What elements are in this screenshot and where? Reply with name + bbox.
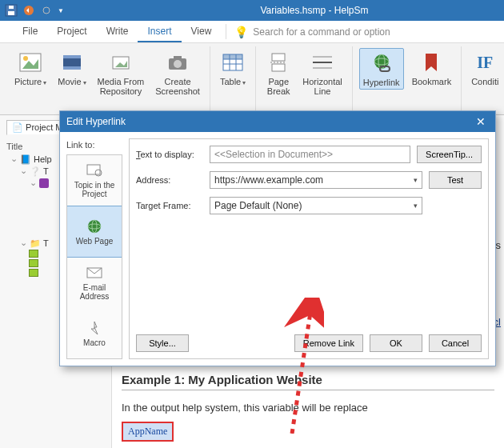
menu-project[interactable]: Project [47,21,96,42]
picture-button[interactable]: Picture▾ [11,48,50,98]
target-frame-select[interactable]: Page Default (None) ▾ [210,197,422,214]
save-icon[interactable] [3,2,19,18]
tell-me-search[interactable]: 💡 Search for a command or option [231,21,393,42]
topic-icon [85,162,104,178]
bookmark-icon [418,50,444,75]
menu-file[interactable]: File [13,21,47,42]
hline-icon [310,50,335,75]
svg-rect-26 [313,62,332,63]
svg-rect-15 [174,56,182,59]
page-break-button[interactable]: Page Break [262,48,294,98]
svg-point-4 [43,7,50,14]
menu-view[interactable]: View [182,21,222,42]
bookmark-button[interactable]: Bookmark [409,48,455,90]
svg-rect-22 [272,54,285,61]
page-break-icon [266,50,291,75]
media-icon [108,50,134,75]
cat-email[interactable]: E-mail Address [67,258,122,308]
window-title: Variables.hsmp - HelpSm [64,5,501,16]
doc-paragraph: In the output help system, this variable… [122,400,494,417]
link-to-label: Link to: [66,138,122,154]
condition-icon: IF [472,50,498,75]
movie-button[interactable]: Movie▾ [54,48,89,98]
remove-link-button[interactable]: Remove Link [294,334,363,352]
chevron-down-icon[interactable]: ▾ [414,176,418,184]
macro-icon [85,320,104,336]
lightbulb-icon: 💡 [234,26,248,38]
svg-rect-21 [223,54,242,59]
svg-rect-10 [63,66,81,70]
address-label: Address: [136,175,203,185]
condition-button[interactable]: IF Conditi [468,48,502,88]
cancel-button[interactable]: Cancel [429,334,482,352]
cat-macro[interactable]: Macro [67,308,122,358]
chevron-down-icon[interactable]: ▾ [414,202,418,210]
cat-web-page[interactable]: Web Page [67,206,122,258]
table-icon [220,50,246,75]
test-button[interactable]: Test [429,171,482,189]
qat-dropdown-icon[interactable]: ▼ [58,7,64,14]
camera-icon [165,50,190,75]
undo-icon[interactable] [21,2,37,18]
globe-link-icon [369,50,394,76]
text-to-display-label: Text to display: [136,150,203,159]
svg-rect-27 [313,67,332,69]
target-frame-label: Target Frame: [136,201,203,210]
email-icon [85,265,104,281]
link-category-list: Topic in the Project Web Page E-mail Add… [66,154,122,359]
title-bar: ▼ Variables.hsmp - HelpSm [0,0,504,21]
style-button[interactable]: Style... [136,334,189,352]
menu-insert[interactable]: Insert [138,21,181,42]
svg-rect-9 [63,55,81,58]
svg-point-34 [88,220,101,233]
svg-rect-23 [272,64,285,71]
screenshot-button[interactable]: Create Screenshot [152,48,203,98]
dialog-title: Edit Hyperlink [66,116,126,127]
ribbon: Picture▾ Movie▾ Media From Repository Cr… [0,43,504,115]
edit-hyperlink-dialog: Edit Hyperlink ✕ Link to: Topic in the P… [59,110,496,366]
svg-point-7 [23,56,28,61]
variable-tag[interactable]: AppName [122,422,174,442]
close-icon[interactable]: ✕ [473,115,489,128]
menu-write[interactable]: Write [97,21,138,42]
redo-icon[interactable] [38,2,54,18]
svg-rect-2 [9,6,14,9]
movie-icon [59,50,85,75]
screentip-button[interactable]: ScreenTip... [417,146,482,163]
horizontal-line-button[interactable]: Horizontal Line [299,48,346,98]
doc-heading: Example 1: My Application Website [122,373,494,390]
svg-rect-25 [313,56,332,58]
menu-bar: File Project Write Insert View 💡 Search … [0,21,504,43]
cat-topic[interactable]: Topic in the Project [67,155,122,206]
picture-icon [18,50,43,75]
text-to-display-input[interactable] [210,146,410,163]
svg-rect-1 [8,11,14,15]
globe-icon [85,218,104,234]
table-button[interactable]: Table▾ [217,48,249,89]
svg-point-14 [174,60,182,68]
hyperlink-button[interactable]: Hyperlink [359,48,404,90]
dialog-titlebar[interactable]: Edit Hyperlink ✕ [60,111,495,132]
quick-access-toolbar: ▼ [3,2,64,18]
search-placeholder: Search for a command or option [253,26,390,38]
ok-button[interactable]: OK [370,334,422,352]
media-repo-button[interactable]: Media From Repository [94,48,148,98]
address-input[interactable]: https://www.example.com ▾ [210,171,422,189]
